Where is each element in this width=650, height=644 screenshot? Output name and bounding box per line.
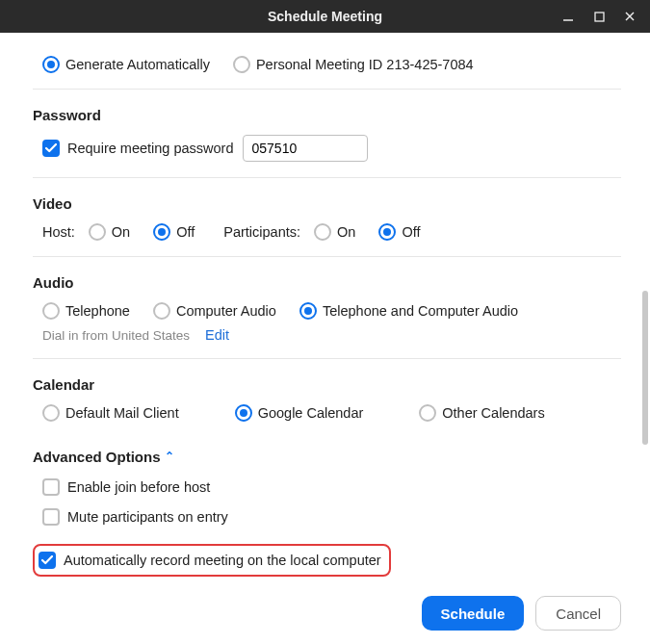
calendar-default-radio[interactable]: Default Mail Client	[42, 404, 179, 422]
video-section-title: Video	[33, 195, 621, 212]
meeting-id-pmi-label: Personal Meeting ID 213-425-7084	[256, 57, 474, 72]
calendar-google-radio[interactable]: Google Calendar	[235, 404, 364, 422]
video-host-off-radio[interactable]: Off	[153, 223, 195, 241]
chevron-up-icon: ⌃	[165, 450, 174, 463]
meeting-id-generate-radio[interactable]: Generate Automatically	[42, 56, 210, 73]
audio-computer-radio[interactable]: Computer Audio	[153, 302, 276, 320]
audio-section-title: Audio	[33, 274, 621, 291]
divider	[33, 256, 621, 257]
auto-record-highlight: Automatically record meeting on the loca…	[33, 544, 391, 577]
video-participants-label: Participants:	[223, 224, 300, 240]
meeting-id-pmi-radio[interactable]: Personal Meeting ID 213-425-7084	[233, 56, 474, 73]
svg-rect-1	[595, 13, 604, 21]
auto-record-label: Automatically record meeting on the loca…	[64, 553, 381, 568]
mute-on-entry-label: Mute participants on entry	[67, 509, 228, 525]
video-host-on-radio[interactable]: On	[89, 223, 130, 241]
calendar-section-title: Calendar	[33, 376, 621, 393]
cancel-button[interactable]: Cancel	[535, 596, 621, 631]
require-password-label: Require meeting password	[67, 141, 233, 156]
audio-dial-in-note: Dial in from United States	[42, 328, 190, 343]
audio-telephone-radio[interactable]: Telephone	[42, 302, 130, 320]
password-section-title: Password	[33, 107, 621, 123]
titlebar: Schedule Meeting	[0, 0, 650, 33]
window-title: Schedule Meeting	[268, 9, 382, 24]
audio-both-radio[interactable]: Telephone and Computer Audio	[299, 302, 518, 320]
join-before-host-checkbox[interactable]: Enable join before host	[42, 478, 210, 496]
maximize-button[interactable]	[585, 2, 613, 31]
calendar-other-radio[interactable]: Other Calendars	[419, 404, 544, 422]
video-participants-off-radio[interactable]: Off	[378, 223, 420, 241]
scrollbar-thumb[interactable]	[642, 291, 648, 445]
divider	[33, 177, 621, 178]
mute-on-entry-checkbox[interactable]: Mute participants on entry	[42, 508, 228, 526]
auto-record-checkbox[interactable]: Automatically record meeting on the loca…	[39, 552, 381, 569]
divider	[33, 358, 621, 359]
join-before-host-label: Enable join before host	[67, 479, 210, 495]
video-host-label: Host:	[42, 224, 75, 240]
require-password-checkbox[interactable]: Require meeting password	[42, 140, 233, 157]
audio-edit-link[interactable]: Edit	[205, 327, 229, 343]
advanced-options-label: Advanced Options	[33, 449, 161, 465]
meeting-password-input[interactable]	[243, 135, 368, 162]
schedule-button[interactable]: Schedule	[422, 596, 525, 631]
close-button[interactable]	[615, 2, 644, 31]
meeting-id-generate-label: Generate Automatically	[65, 57, 210, 72]
minimize-button[interactable]	[554, 2, 583, 31]
divider	[33, 89, 621, 90]
advanced-options-toggle[interactable]: Advanced Options ⌃	[33, 449, 621, 465]
video-participants-on-radio[interactable]: On	[314, 223, 355, 241]
